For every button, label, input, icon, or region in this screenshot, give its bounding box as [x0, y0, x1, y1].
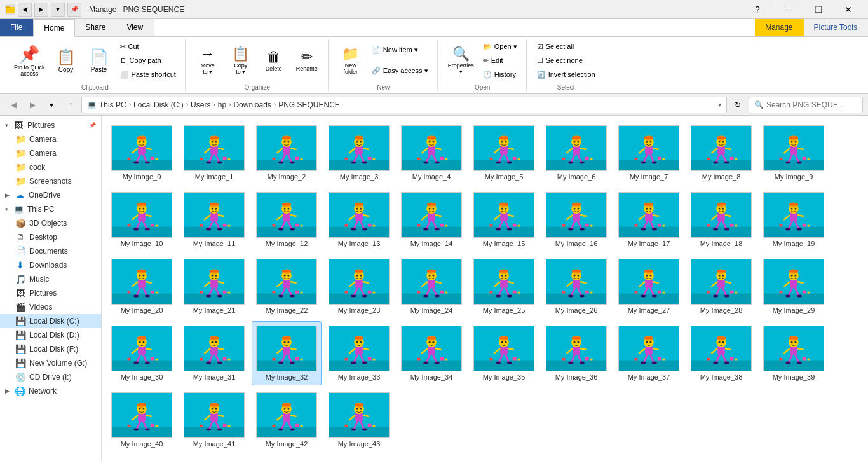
file-item[interactable]: My Image_22: [252, 254, 322, 319]
search-input[interactable]: [766, 100, 855, 109]
file-item[interactable]: My Image_34: [397, 321, 466, 385]
delete-btn[interactable]: 🗑 Delete: [258, 39, 290, 81]
properties-btn[interactable]: 🔍 Properties▾: [444, 39, 478, 81]
sidebar-item-pictures2[interactable]: 🖼 Pictures: [0, 286, 101, 300]
file-item[interactable]: My Image_24: [397, 254, 466, 319]
path-this-pc[interactable]: This PC: [99, 100, 126, 109]
close-btn[interactable]: ✕: [834, 0, 863, 19]
tab-file[interactable]: File: [0, 19, 33, 36]
rename-btn[interactable]: ✏ Rename: [291, 39, 323, 81]
file-item[interactable]: My Image_17: [614, 188, 684, 252]
back-btn[interactable]: ◀: [5, 97, 22, 113]
file-item[interactable]: My Image_16: [541, 188, 611, 252]
sidebar-item-network[interactable]: ▶ 🌐 Network: [0, 384, 101, 398]
file-item[interactable]: My Image_23: [324, 254, 394, 319]
title-down-btn[interactable]: ▼: [51, 3, 65, 17]
help-btn[interactable]: ?: [743, 0, 772, 19]
file-item[interactable]: My Image_30: [107, 321, 177, 385]
file-item[interactable]: My Image_2: [252, 121, 322, 185]
file-item[interactable]: My Image_26: [541, 254, 611, 319]
tab-view[interactable]: View: [116, 19, 154, 36]
minimize-btn[interactable]: ─: [774, 0, 803, 19]
sidebar-item-localc[interactable]: 💾 Local Disk (C:): [0, 314, 101, 328]
file-item[interactable]: My Image_13: [324, 188, 394, 252]
paste-btn[interactable]: 📄 Paste: [83, 39, 115, 81]
file-item[interactable]: My Image_36: [541, 321, 611, 385]
file-item[interactable]: My Image_38: [686, 321, 756, 385]
file-item[interactable]: My Image_33: [324, 321, 394, 385]
file-item[interactable]: My Image_14: [397, 188, 466, 252]
title-forward-btn[interactable]: ▶: [34, 3, 48, 17]
file-item[interactable]: My Image_8: [686, 121, 756, 185]
sidebar-item-pictures[interactable]: ▾ 🖼 Pictures 📌: [0, 118, 101, 132]
history-btn[interactable]: 🕐 History: [479, 69, 521, 81]
sidebar-item-localf[interactable]: 💾 Local Disk (F:): [0, 342, 101, 356]
cut-btn[interactable]: ✂ Cut: [116, 41, 180, 53]
file-item[interactable]: My Image_12: [252, 188, 322, 252]
tab-share[interactable]: Share: [75, 19, 116, 36]
file-item[interactable]: My Image_31: [179, 321, 249, 385]
tab-home[interactable]: Home: [33, 19, 75, 37]
file-item[interactable]: My Image_0: [107, 121, 177, 185]
copy-btn[interactable]: 📋 Copy: [50, 39, 82, 81]
sidebar-item-documents[interactable]: 📄 Documents: [0, 244, 101, 258]
file-item[interactable]: My Image_3: [324, 121, 394, 185]
file-item[interactable]: My Image_18: [686, 188, 756, 252]
tab-manage[interactable]: Manage: [755, 19, 803, 36]
path-png-sequence[interactable]: PNG SEQUENCE: [278, 100, 340, 109]
title-back-btn[interactable]: ◀: [18, 3, 32, 17]
copy-to-btn[interactable]: 📋 Copyto ▾: [225, 39, 257, 81]
open-btn[interactable]: 📂 Open ▾: [479, 41, 521, 53]
file-item[interactable]: My Image_27: [614, 254, 684, 319]
file-item[interactable]: My Image_28: [686, 254, 756, 319]
sidebar-item-3dobjects[interactable]: 📦 3D Objects: [0, 216, 101, 230]
select-none-btn[interactable]: ☐ Select none: [533, 55, 599, 67]
sidebar-item-cdi[interactable]: 💿 CD Drive (I:): [0, 370, 101, 384]
sidebar-item-screenshots[interactable]: 📁 Screenshots: [0, 174, 101, 188]
file-item[interactable]: My Image_40: [107, 388, 177, 452]
file-item[interactable]: My Image_43: [324, 388, 394, 452]
tab-picture-tools[interactable]: Picture Tools: [804, 19, 868, 36]
file-item[interactable]: My Image_4: [397, 121, 466, 185]
paste-shortcut-btn[interactable]: ⬜ Paste shortcut: [116, 69, 180, 81]
up-btn[interactable]: ↑: [62, 97, 79, 113]
file-item[interactable]: My Image_1: [179, 121, 249, 185]
file-item[interactable]: My Image_41: [179, 388, 249, 452]
sidebar-item-thispc[interactable]: ▾ 💻 This PC: [0, 202, 101, 216]
file-item[interactable]: My Image_6: [541, 121, 611, 185]
address-path[interactable]: 💻 This PC › Local Disk (C:) › Users › hp…: [81, 97, 727, 113]
path-users[interactable]: Users: [191, 100, 210, 109]
sidebar-item-camera1[interactable]: 📁 Camera: [0, 132, 101, 146]
file-item[interactable]: My Image_32: [252, 321, 322, 385]
move-to-btn[interactable]: → Moveto ▾: [192, 39, 224, 81]
new-item-btn[interactable]: 📄 New item ▾: [368, 44, 432, 56]
sidebar-item-videos[interactable]: 🎬 Videos: [0, 300, 101, 314]
pin-quick-access-btn[interactable]: 📌 Pin to Quickaccess: [10, 39, 49, 81]
invert-selection-btn[interactable]: 🔄 Invert selection: [533, 69, 599, 81]
file-item[interactable]: My Image_20: [107, 254, 177, 319]
file-item[interactable]: My Image_39: [759, 321, 829, 385]
path-local-disk[interactable]: Local Disk (C:): [133, 100, 184, 109]
copy-path-btn[interactable]: 🗒 Copy path: [116, 55, 180, 67]
file-item[interactable]: My Image_15: [469, 188, 539, 252]
path-downloads[interactable]: Downloads: [233, 100, 271, 109]
file-item[interactable]: My Image_21: [179, 254, 249, 319]
file-item[interactable]: My Image_11: [179, 188, 249, 252]
select-all-btn[interactable]: ☑ Select all: [533, 41, 599, 53]
path-hp[interactable]: hp: [218, 100, 226, 109]
new-folder-btn[interactable]: 📁 Newfolder: [335, 39, 367, 81]
file-item[interactable]: My Image_9: [759, 121, 829, 185]
maximize-btn[interactable]: ❐: [804, 0, 833, 19]
sidebar-item-onedrive[interactable]: ▶ ☁ OneDrive: [0, 188, 101, 202]
edit-btn[interactable]: ✏ Edit: [479, 55, 521, 67]
file-item[interactable]: My Image_42: [252, 388, 322, 452]
search-bar[interactable]: 🔍: [749, 97, 863, 113]
recent-btn[interactable]: ▾: [43, 97, 60, 113]
file-item[interactable]: My Image_7: [614, 121, 684, 185]
file-item[interactable]: My Image_37: [614, 321, 684, 385]
sidebar-item-locald[interactable]: 💾 Local Disk (D:): [0, 328, 101, 342]
file-item[interactable]: My Image_5: [469, 121, 539, 185]
file-item[interactable]: My Image_29: [759, 254, 829, 319]
file-item[interactable]: My Image_19: [759, 188, 829, 252]
sidebar-item-desktop[interactable]: 🖥 Desktop: [0, 230, 101, 244]
